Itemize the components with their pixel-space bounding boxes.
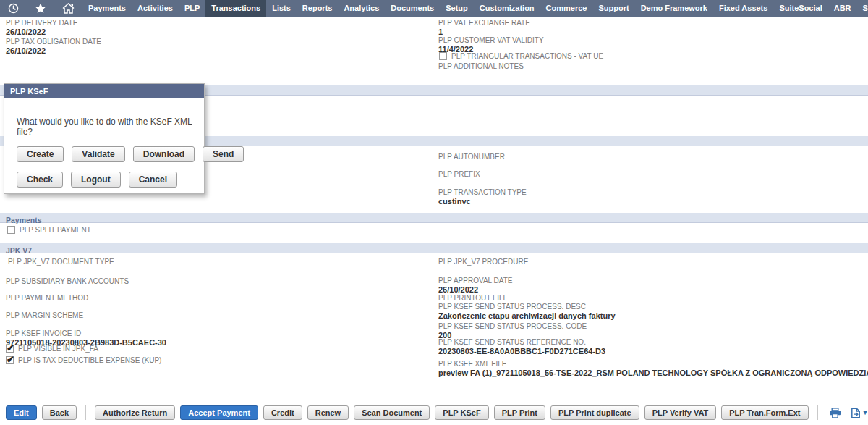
- nav-item-lists[interactable]: Lists: [266, 0, 297, 17]
- field-value: 26/10/2022: [6, 46, 101, 55]
- field-label: PLP KSEF SEND STATUS PROCESS. DESC: [438, 303, 616, 311]
- plp-verify-vat-button[interactable]: PLP Verify VAT: [644, 405, 717, 420]
- field-margin-scheme: PLP MARGIN SCHEME: [6, 311, 83, 319]
- visible-in-jpk-fa-checkbox[interactable]: [6, 345, 14, 353]
- field-value: 26/10/2022: [6, 28, 77, 36]
- nav-item-documents[interactable]: Documents: [385, 0, 440, 17]
- footer-button-bar: Edit Back Authorize Return Accept Paymen…: [0, 400, 868, 425]
- top-nav-bar: Payments Activities PLP Transactions Lis…: [0, 0, 868, 17]
- field-label: PLP TRANSACTION TYPE: [438, 188, 527, 196]
- field-payment-method: PLP PAYMENT METHOD: [6, 294, 88, 302]
- nav-item-suitesocial[interactable]: SuiteSocial: [773, 0, 827, 17]
- field-label: PLP APPROVAL DATE: [438, 277, 512, 285]
- edit-button[interactable]: Edit: [6, 405, 37, 420]
- field-value: 20230803-EE-8A0A0BBBC1-F0D271CE64-D3: [438, 347, 605, 355]
- field-delivery-date: PLP DELIVERY DATE 26/10/2022: [6, 19, 77, 36]
- nav-item-customization[interactable]: Customization: [474, 0, 540, 17]
- nav-item-support[interactable]: Support: [592, 0, 634, 17]
- field-label: PLP KSEF SEND STATUS PROCESS. CODE: [438, 322, 587, 330]
- nav-item-abr[interactable]: ABR: [828, 0, 857, 17]
- field-transaction-type: PLP TRANSACTION TYPE custinvc: [438, 188, 527, 206]
- nav-item-activities[interactable]: Activities: [132, 0, 179, 17]
- field-label: PLP KSEF XML FILE: [438, 360, 868, 368]
- section-title-jpk-v7[interactable]: JPK V7: [0, 245, 32, 256]
- field-vat-exchange-rate: PLP VAT EXCHANGE RATE 1: [438, 19, 530, 36]
- footer-divider: [85, 405, 86, 420]
- field-subsidiary-bank-accounts: PLP SUBSIDIARY BANK ACCOUNTS: [6, 277, 129, 285]
- section-title-payments[interactable]: Payments: [0, 215, 42, 225]
- field-value: 26/10/2022: [438, 285, 512, 294]
- field-label: PLP VAT EXCHANGE RATE: [438, 19, 530, 27]
- field-split-payment: PLP SPLIT PAYMENT: [7, 226, 91, 234]
- home-icon[interactable]: [62, 3, 75, 14]
- field-approval-date: PLP APPROVAL DATE 26/10/2022: [438, 277, 512, 294]
- footer-divider: [817, 405, 818, 420]
- field-ksef-xml-file: PLP KSEF XML FILE preview FA (1)_9721105…: [438, 360, 868, 377]
- nav-item-transactions[interactable]: Transactions: [205, 0, 266, 17]
- print-icon[interactable]: [829, 408, 841, 418]
- field-prefix: PLP PREFIX: [438, 170, 480, 178]
- field-label: PLP SUBSIDIARY BANK ACCOUNTS: [6, 277, 129, 285]
- modal-question: What would you like to do with the KSeF …: [17, 117, 204, 137]
- field-label: PLP DELIVERY DATE: [6, 19, 77, 27]
- check-button[interactable]: Check: [17, 172, 63, 188]
- plp-ksef-button[interactable]: PLP KSeF: [435, 405, 488, 420]
- nav-item-commerce[interactable]: Commerce: [540, 0, 593, 17]
- modal-title: PLP KSeF: [4, 84, 204, 98]
- scan-document-button[interactable]: Scan Document: [354, 405, 430, 420]
- field-label: PLP PAYMENT METHOD: [6, 294, 88, 302]
- tax-deductible-checkbox[interactable]: [6, 356, 14, 364]
- section-bar-jpk-v7: JPK V7: [0, 243, 868, 253]
- field-label: PLP JPK_V7 PROCEDURE: [438, 258, 528, 266]
- star-icon[interactable]: [35, 3, 46, 14]
- history-icon[interactable]: [8, 3, 19, 14]
- field-printout-file: PLP PRINTOUT FILE: [438, 294, 508, 302]
- validate-button[interactable]: Validate: [72, 146, 124, 162]
- logout-button[interactable]: Logout: [71, 172, 121, 188]
- export-pdf-icon[interactable]: ▼: [851, 408, 868, 418]
- field-value: custinvc: [438, 197, 527, 206]
- chevron-down-icon[interactable]: ▼: [862, 409, 868, 416]
- credit-button[interactable]: Credit: [263, 405, 302, 420]
- field-label: PLP AUTONUMBER: [438, 153, 505, 161]
- xml-file-name: preview FA (1)_9721105018_56-TSE-2022_RS…: [438, 369, 868, 377]
- accept-payment-button[interactable]: Accept Payment: [180, 405, 258, 420]
- authorize-return-button[interactable]: Authorize Return: [95, 405, 175, 420]
- section-bar-payments: Payments: [0, 213, 868, 223]
- field-triangular-transactions: PLP TRIANGULAR TRANSACTIONS - VAT UE: [439, 52, 603, 60]
- nav-item-fixed-assets[interactable]: Fixed Assets: [713, 0, 773, 17]
- field-visible-in-jpk-fa: PLP VISIBLE IN JPK_FA: [6, 345, 98, 353]
- field-value: Zakończenie etapu archiwizacji danych fa…: [438, 311, 616, 320]
- split-payment-checkbox[interactable]: [7, 226, 15, 234]
- plp-print-duplicate-button[interactable]: PLP Print duplicate: [550, 405, 639, 420]
- cancel-button[interactable]: Cancel: [129, 172, 177, 188]
- download-button[interactable]: Download: [133, 146, 195, 162]
- plp-tran-form-ext-button[interactable]: PLP Tran.Form.Ext: [721, 405, 808, 420]
- field-label: PLP TAX OBLIGATION DATE: [6, 38, 101, 46]
- triangular-transactions-checkbox[interactable]: [439, 52, 447, 60]
- field-label: PLP KSEF INVOICE ID: [6, 329, 166, 337]
- nav-item-setup[interactable]: Setup: [440, 0, 474, 17]
- plp-print-button[interactable]: PLP Print: [494, 405, 545, 420]
- create-button[interactable]: Create: [17, 146, 64, 162]
- nav-item-demo-framework[interactable]: Demo Framework: [635, 0, 713, 17]
- field-ksef-send-status-ref: PLP KSEF SEND STATUS REFERENCE NO. 20230…: [438, 338, 605, 355]
- checkbox-label: PLP VISIBLE IN JPK_FA: [18, 345, 98, 353]
- field-autonumber: PLP AUTONUMBER: [438, 153, 505, 161]
- back-button[interactable]: Back: [42, 405, 77, 420]
- nav-item-plp[interactable]: PLP: [179, 0, 205, 17]
- field-jpk-v7-procedure: PLP JPK_V7 PROCEDURE: [438, 258, 528, 266]
- field-ksef-send-status-desc: PLP KSEF SEND STATUS PROCESS. DESC Zakoń…: [438, 303, 616, 320]
- plp-ksef-modal: PLP KSeF What would you like to do with …: [4, 83, 205, 194]
- field-label: PLP CUSTOMER VAT VALIDITY: [438, 36, 544, 44]
- field-label: PLP PREFIX: [438, 170, 480, 178]
- field-label: PLP PRINTOUT FILE: [438, 294, 508, 302]
- nav-item-reports[interactable]: Reports: [297, 0, 339, 17]
- send-button[interactable]: Send: [203, 146, 244, 162]
- renew-button[interactable]: Renew: [307, 405, 349, 420]
- field-label: PLP KSEF SEND STATUS REFERENCE NO.: [438, 338, 605, 346]
- field-value: 1: [438, 28, 530, 36]
- nav-item-payments[interactable]: Payments: [82, 0, 132, 17]
- nav-item-analytics[interactable]: Analytics: [338, 0, 385, 17]
- nav-item-suiteapps[interactable]: SuiteApps: [857, 0, 868, 17]
